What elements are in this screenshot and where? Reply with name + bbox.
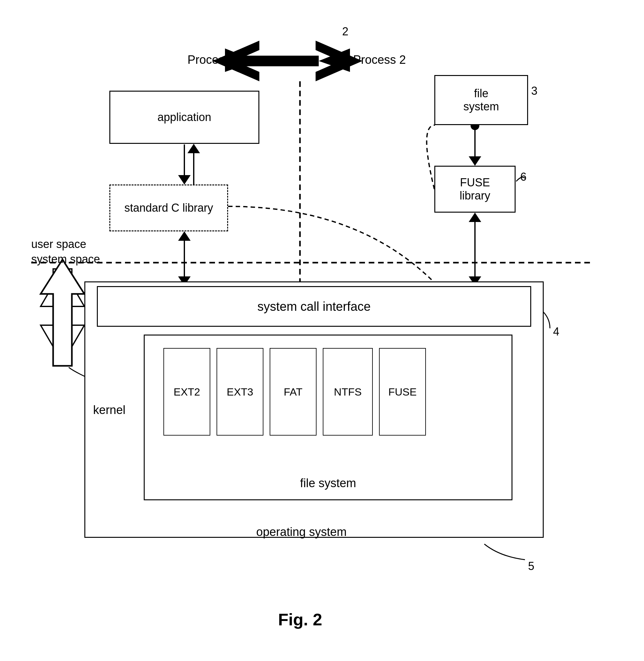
syscall-label: system call interface: [257, 300, 371, 314]
svg-marker-10: [178, 175, 191, 184]
fuse-kernel-label: FUSE: [388, 386, 417, 398]
syscall-box: system call interface: [97, 286, 531, 327]
svg-marker-23: [41, 269, 84, 363]
svg-marker-19: [469, 213, 481, 222]
operating-system-label: operating system: [256, 525, 347, 539]
svg-marker-24: [41, 269, 84, 363]
process1-label: Process 1: [187, 53, 240, 67]
ext2-box: EXT2: [163, 348, 210, 436]
svg-rect-7: [259, 56, 316, 66]
ntfs-box: NTFS: [323, 348, 373, 436]
ref-3: 3: [531, 84, 537, 97]
filesystem-inner-label: file system: [145, 477, 511, 490]
system-space-label: system space: [31, 252, 100, 266]
fuse-library-label: FUSE library: [460, 176, 490, 202]
svg-marker-25: [41, 260, 84, 366]
filesystem-top-box: file system: [434, 75, 528, 125]
svg-rect-4: [278, 56, 319, 66]
filesystem-inner-box: EXT2 EXT3 FAT NTFS FUSE file system: [144, 335, 512, 500]
fig-caption: Fig. 2: [278, 610, 322, 629]
svg-marker-12: [187, 144, 200, 153]
stdlib-box: standard C library: [109, 184, 228, 232]
kernel-label: kernel: [93, 403, 125, 417]
ref-5: 5: [528, 560, 534, 573]
ext3-label: EXT3: [227, 386, 253, 398]
fat-box: FAT: [270, 348, 317, 436]
filesystem-top-label: file system: [463, 87, 499, 113]
user-space-label: user space: [31, 238, 86, 251]
ref-2: 2: [342, 25, 348, 38]
fuse-library-box: FUSE library: [434, 166, 515, 213]
svg-marker-3: [319, 48, 350, 72]
svg-marker-22: [469, 156, 481, 166]
ref-4: 4: [553, 325, 559, 338]
ext2-label: EXT2: [174, 386, 200, 398]
svg-marker-16: [178, 232, 191, 241]
ntfs-label: NTFS: [334, 386, 362, 398]
process2-label: Process 2: [353, 53, 406, 67]
application-box: application: [109, 91, 259, 144]
fat-label: FAT: [284, 386, 302, 398]
ext3-box: EXT3: [216, 348, 263, 436]
diagram: Process 1 Process 2 2 application standa…: [0, 0, 644, 661]
ref-6: 6: [520, 170, 527, 183]
application-label: application: [158, 111, 211, 124]
stdlib-label: standard C library: [124, 201, 213, 215]
fuse-kernel-box: FUSE: [379, 348, 426, 436]
